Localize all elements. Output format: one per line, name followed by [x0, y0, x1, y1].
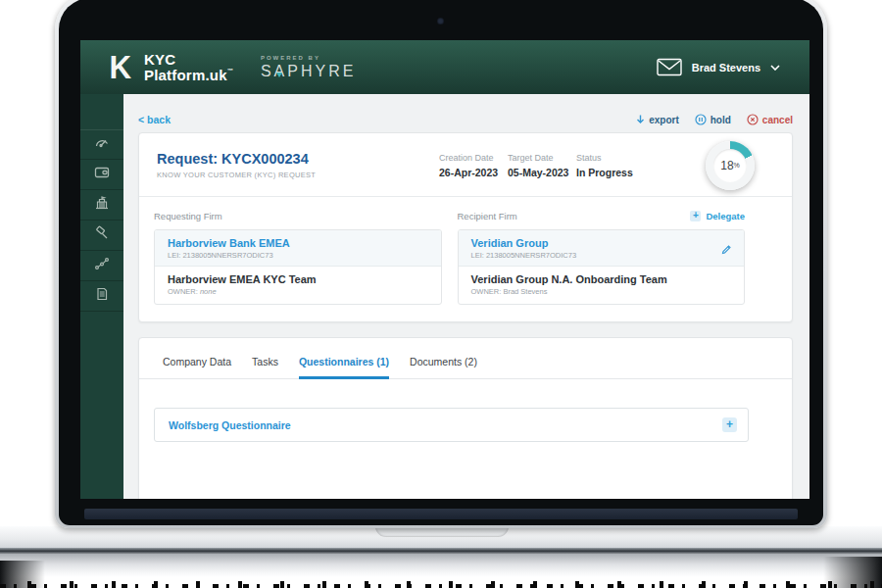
- target-date-field: Target Date 05-May-2023: [508, 153, 576, 178]
- request-title: Request: KYCX000234: [157, 151, 439, 167]
- recipient-firm-owner: OWNER: Brad Stevens: [471, 287, 732, 296]
- toolbar-row: < back export: [138, 114, 793, 125]
- edit-pencil-icon[interactable]: [721, 241, 732, 259]
- webcam-icon: [437, 18, 444, 24]
- recipient-firm-card: Veridian Group LEI: 2138005NNERSR7ODIC73: [458, 229, 746, 305]
- app-header: K KYC Platform.uk™ POWERED BY SAPHYRE: [80, 40, 809, 94]
- recipient-firm-lei: LEI: 2138005NNERSR7ODIC73: [471, 251, 732, 260]
- progress-unit: %: [734, 162, 740, 169]
- kyc-logo-icon[interactable]: K: [103, 51, 135, 84]
- back-link[interactable]: < back: [138, 114, 171, 125]
- progress-donut: 18%: [706, 141, 755, 190]
- tab-questionnaires[interactable]: Questionnaires (1): [299, 356, 389, 379]
- laptop-mockup: K KYC Platform.uk™ POWERED BY SAPHYRE: [0, 0, 882, 588]
- requesting-firm-label: Requesting Firm: [154, 211, 222, 221]
- progress-value: 18: [720, 159, 733, 172]
- app-screen: K KYC Platform.uk™ POWERED BY SAPHYRE: [80, 40, 809, 499]
- document-icon: [94, 286, 110, 306]
- laptop-lid: K KYC Platform.uk™ POWERED BY SAPHYRE: [55, 0, 827, 528]
- recipient-firm-section: Recipient Firm + Delegate Veridia: [458, 207, 746, 305]
- add-questionnaire-button[interactable]: +: [722, 417, 737, 432]
- powered-by-block: POWERED BY SAPHYRE: [261, 55, 356, 79]
- bank-icon: [94, 195, 110, 215]
- trademark-symbol: ™: [227, 68, 233, 74]
- gauge-icon: [94, 135, 110, 155]
- status-field: Status In Progress: [576, 153, 661, 178]
- brand-wordmark[interactable]: KYC Platform.uk™: [144, 52, 233, 82]
- tab-bar: Company Data Tasks Questionnaires (1) Do…: [139, 338, 792, 379]
- sidebar-item-gavel[interactable]: [80, 220, 123, 251]
- requesting-firm-owner: OWNER: none: [168, 287, 428, 296]
- tab-tasks[interactable]: Tasks: [252, 356, 278, 378]
- export-button[interactable]: export: [636, 115, 679, 125]
- questionnaire-name-link[interactable]: Wolfsberg Questionnaire: [169, 419, 291, 431]
- sidebar-item-route[interactable]: [80, 251, 123, 281]
- screen-bezel: K KYC Platform.uk™ POWERED BY SAPHYRE: [59, 0, 823, 525]
- pause-circle-icon: [695, 114, 707, 125]
- requesting-firm-section: Requesting Firm Harborview Bank EMEA LEI…: [154, 207, 442, 305]
- sidebar-item-wallet[interactable]: [80, 160, 123, 190]
- cancel-button[interactable]: cancel: [747, 114, 793, 125]
- plus-icon: +: [690, 211, 701, 221]
- saphyre-triangle-icon: [276, 73, 282, 77]
- powered-by-label: POWERED BY: [261, 55, 356, 61]
- detail-tabs-card: Company Data Tasks Questionnaires (1) Do…: [138, 337, 793, 499]
- user-name[interactable]: Brad Stevens: [692, 62, 760, 74]
- requesting-firm-card: Harborview Bank EMEA LEI: 2138005NNERSR7…: [154, 229, 442, 305]
- brand-line2: Platform.uk™: [144, 68, 233, 82]
- laptop-hinge: [84, 509, 798, 519]
- cancel-circle-icon: [747, 114, 759, 125]
- hold-button[interactable]: hold: [695, 114, 731, 125]
- wallet-icon: [94, 165, 110, 184]
- sidebar-item-documents[interactable]: [80, 281, 123, 312]
- mail-icon[interactable]: [657, 58, 682, 76]
- request-summary-card: Request: KYCX000234 KNOW YOUR CUSTOMER (…: [138, 132, 793, 322]
- route-icon: [94, 256, 110, 275]
- recipient-firm-label: Recipient Firm: [458, 211, 517, 221]
- brand-line1: KYC: [144, 52, 233, 67]
- delegate-button[interactable]: + Delegate: [690, 211, 745, 221]
- tab-documents[interactable]: Documents (2): [410, 356, 477, 378]
- requesting-firm-lei: LEI: 2138005NNERSR7ODIC73: [168, 251, 428, 260]
- main-panel: < back export: [123, 94, 809, 499]
- request-subtitle: KNOW YOUR CUSTOMER (KYC) REQUEST: [157, 171, 439, 179]
- sidebar-item-dashboard[interactable]: [80, 129, 123, 160]
- gavel-icon: [94, 225, 110, 245]
- requesting-firm-team: Harborview EMEA KYC Team: [168, 273, 428, 285]
- photo-torn-edge: [0, 578, 882, 588]
- chevron-down-icon[interactable]: [770, 65, 780, 71]
- sidebar-item-bank[interactable]: [80, 190, 123, 220]
- creation-date-field: Creation Date 26-Apr-2023: [439, 153, 508, 178]
- download-icon: [636, 115, 645, 125]
- questionnaire-row[interactable]: Wolfsberg Questionnaire +: [154, 408, 749, 442]
- requesting-firm-name-link[interactable]: Harborview Bank EMEA: [168, 237, 428, 249]
- sidebar-nav: [80, 94, 123, 499]
- recipient-firm-name-link[interactable]: Veridian Group: [471, 237, 732, 249]
- saphyre-wordmark: SAPHYRE: [261, 64, 356, 79]
- tab-company-data[interactable]: Company Data: [163, 356, 231, 378]
- recipient-firm-team: Veridian Group N.A. Onboarding Team: [471, 273, 732, 285]
- laptop-shadow: [0, 554, 882, 577]
